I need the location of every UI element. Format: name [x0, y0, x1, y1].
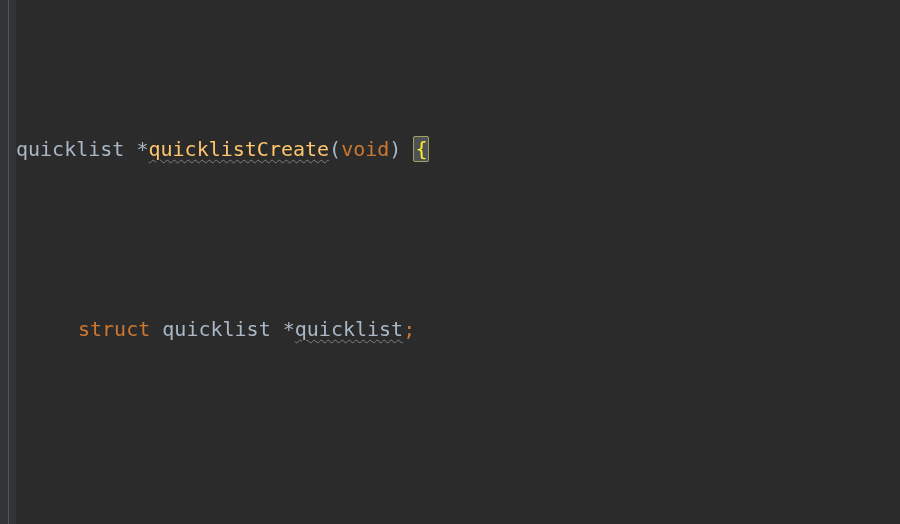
fold-guide-line: [8, 0, 9, 524]
code-line-blank[interactable]: [16, 487, 900, 524]
struct-keyword: struct: [78, 317, 150, 341]
pointer-star: *: [283, 317, 295, 341]
pointer-star: *: [136, 137, 148, 161]
rparen: ): [389, 137, 401, 161]
space: [401, 137, 413, 161]
return-type: quicklist: [16, 137, 124, 161]
space: [150, 317, 162, 341]
code-editor[interactable]: quicklist *quicklistCreate(void) { struc…: [16, 0, 900, 524]
function-name: quicklistCreate: [148, 137, 329, 161]
gutter: [0, 0, 16, 524]
var-name: quicklist: [295, 317, 403, 341]
void-keyword: void: [341, 137, 389, 161]
code-line-decl[interactable]: struct quicklist *quicklist;: [16, 307, 900, 352]
semicolon: ;: [403, 317, 415, 341]
space: [271, 317, 283, 341]
text: [124, 137, 136, 161]
open-brace-highlight: {: [413, 136, 429, 162]
lparen: (: [329, 137, 341, 161]
code-line-signature[interactable]: quicklist *quicklistCreate(void) {: [16, 127, 900, 172]
type-name: quicklist: [162, 317, 270, 341]
